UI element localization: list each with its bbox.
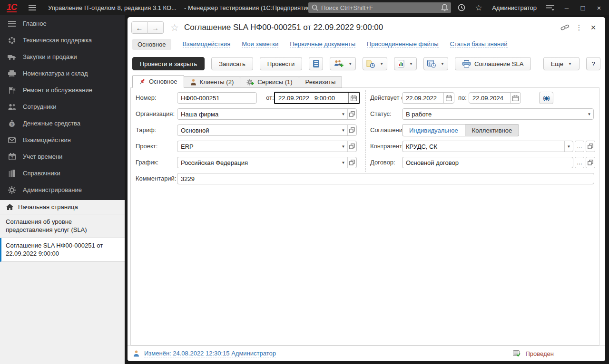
- sidebar-item-time[interactable]: 7 Учет времени: [0, 148, 125, 165]
- sidebar-item-main[interactable]: Главное: [0, 15, 125, 32]
- open-tab-sla-list[interactable]: Соглашения об уровне предоставления услу…: [0, 214, 125, 238]
- open-item-icon[interactable]: [347, 141, 356, 152]
- sla-document-form: ← → ☆ Соглашение SLA НФ00-000251 от 22.0…: [128, 17, 605, 361]
- dropdown-caret-icon[interactable]: ▼: [339, 125, 347, 135]
- schedule-field[interactable]: Российская Федерация ▼: [177, 157, 357, 168]
- close-document-icon[interactable]: ×: [586, 22, 600, 33]
- notifications-bell-icon[interactable]: [436, 0, 453, 15]
- back-button[interactable]: ←: [131, 21, 147, 34]
- period-picker-button[interactable]: (◆): [539, 92, 553, 104]
- valid-from-field[interactable]: 22.09.2022: [402, 92, 454, 104]
- current-user[interactable]: Администратор: [487, 4, 541, 11]
- sidebar-item-interactions[interactable]: Взаимодействия: [0, 132, 125, 148]
- sidebar-item-money[interactable]: s Денежные средства: [0, 115, 125, 132]
- dropdown-caret-icon[interactable]: ▼: [339, 109, 347, 119]
- number-field[interactable]: НФ00-000251: [177, 92, 257, 104]
- toggle-collective[interactable]: Коллективное: [465, 124, 520, 136]
- open-item-icon[interactable]: [347, 125, 356, 135]
- employees-icon: [7, 104, 17, 110]
- project-field[interactable]: ERP ▼: [177, 141, 357, 152]
- counterparty-choose-button[interactable]: …: [575, 141, 584, 152]
- nav-kb-articles[interactable]: Статьи базы знаний: [450, 40, 508, 48]
- database-icon: [313, 60, 319, 67]
- post-and-close-button[interactable]: Провести и закрыть: [132, 57, 205, 70]
- reports-button[interactable]: ▼: [394, 57, 417, 70]
- more-button[interactable]: Еще ▼: [543, 57, 580, 70]
- sidebar-item-purchases[interactable]: Закупки и продажи: [0, 48, 125, 65]
- planning-button[interactable]: ▼: [423, 57, 448, 70]
- comment-field[interactable]: 3229: [177, 173, 594, 184]
- organization-label: Организация:: [136, 108, 175, 120]
- home-page-tab[interactable]: Начальная страница: [0, 200, 125, 214]
- nav-primary-documents[interactable]: Первичные документы: [290, 40, 355, 48]
- dropdown-caret-icon[interactable]: ▼: [339, 141, 347, 152]
- get-link-icon[interactable]: [558, 24, 572, 31]
- nav-my-notes[interactable]: Мои заметки: [242, 40, 278, 48]
- sidebar-item-employees[interactable]: Сотрудники: [0, 98, 125, 115]
- print-sla-button[interactable]: Соглашение SLA: [455, 57, 531, 70]
- nav-attached-files[interactable]: Присоединенные файлы: [367, 40, 439, 48]
- minimize-button[interactable]: –: [559, 0, 575, 15]
- favorites-star-icon[interactable]: ☆: [470, 0, 487, 15]
- maximize-button[interactable]: □: [575, 0, 591, 15]
- help-button[interactable]: ?: [586, 57, 600, 70]
- favorite-star-icon[interactable]: ☆: [170, 22, 179, 33]
- create-task-button[interactable]: ▼: [363, 57, 387, 70]
- dropdown-caret-icon: ▼: [348, 62, 352, 66]
- valid-to-field[interactable]: 22.09.2024: [469, 92, 521, 104]
- nav-main[interactable]: Основное: [132, 39, 171, 50]
- sidebar-item-repair[interactable]: Ремонт и обслуживание: [0, 82, 125, 98]
- open-tab-sla-document[interactable]: Соглашение SLA НФ00-000251 от 22.09.2022…: [0, 238, 125, 262]
- open-item-icon[interactable]: [347, 109, 356, 119]
- contract-open-button[interactable]: [586, 157, 595, 168]
- sidebar-item-administration[interactable]: Администрирование: [0, 182, 125, 198]
- main-menu-icon[interactable]: [28, 4, 37, 11]
- sidebar-item-catalogs[interactable]: Справочники: [0, 165, 125, 182]
- svg-text:s: s: [11, 122, 13, 126]
- service-settings-icon[interactable]: [541, 0, 559, 15]
- client-icon: [190, 79, 196, 86]
- money-bag-icon: s: [7, 120, 17, 127]
- tab-clients[interactable]: Клиенты (2): [184, 76, 241, 88]
- more-menu-icon[interactable]: ⋮: [572, 23, 586, 32]
- contract-field[interactable]: Основной договор: [402, 157, 573, 168]
- post-button[interactable]: Провести: [260, 57, 303, 70]
- close-window-button[interactable]: ×: [591, 0, 607, 15]
- search-icon: [312, 4, 318, 11]
- save-button[interactable]: Записать: [211, 57, 253, 70]
- history-icon[interactable]: [453, 0, 470, 15]
- calendar-picker-icon[interactable]: [348, 93, 359, 103]
- tab-main[interactable]: Основное: [132, 75, 184, 88]
- status-field[interactable]: В работе ▼: [402, 108, 594, 120]
- add-client-button[interactable]: ▼: [330, 57, 356, 70]
- tab-services[interactable]: Сервисы (1): [240, 76, 299, 88]
- contract-choose-button[interactable]: …: [575, 157, 584, 168]
- tariff-field[interactable]: Основной ▼: [177, 125, 357, 136]
- calendar-picker-icon[interactable]: [510, 93, 521, 103]
- posted-doc-icon: [513, 350, 521, 357]
- repair-flags-icon: [7, 87, 17, 94]
- register-records-button[interactable]: [309, 57, 323, 70]
- nav-interactions[interactable]: Взаимодействия: [183, 40, 231, 48]
- printer-icon: [462, 60, 471, 67]
- counterparty-field[interactable]: КРУДС, СК ▼: [402, 141, 573, 152]
- services-icon: [246, 78, 254, 86]
- toggle-individual[interactable]: Индивидуальное: [402, 124, 465, 136]
- calendar-picker-icon[interactable]: [443, 93, 454, 103]
- dropdown-caret-icon[interactable]: ▼: [585, 109, 593, 119]
- modified-link[interactable]: Изменён: 24.08.2022 12:30:15 Администрат…: [144, 350, 276, 357]
- counterparty-open-button[interactable]: [586, 141, 595, 152]
- open-item-icon[interactable]: [347, 157, 356, 168]
- dropdown-caret-icon[interactable]: ▼: [339, 157, 347, 168]
- global-search[interactable]: [308, 2, 451, 13]
- sidebar-item-support[interactable]: Техническая поддержка: [0, 32, 125, 48]
- forward-button[interactable]: →: [147, 21, 164, 34]
- dropdown-caret-icon[interactable]: ▼: [564, 141, 573, 152]
- project-label: Проект:: [136, 141, 157, 152]
- date-field[interactable]: 22.09.2022 9:00:00: [274, 92, 360, 104]
- organization-field[interactable]: Наша фирма ▼: [177, 108, 357, 120]
- sidebar-item-nomenclature[interactable]: Номенклатура и склад: [0, 65, 125, 82]
- status-label: Статус:: [370, 108, 392, 120]
- tab-requisites[interactable]: Реквизиты: [299, 76, 343, 88]
- search-input[interactable]: [321, 4, 448, 11]
